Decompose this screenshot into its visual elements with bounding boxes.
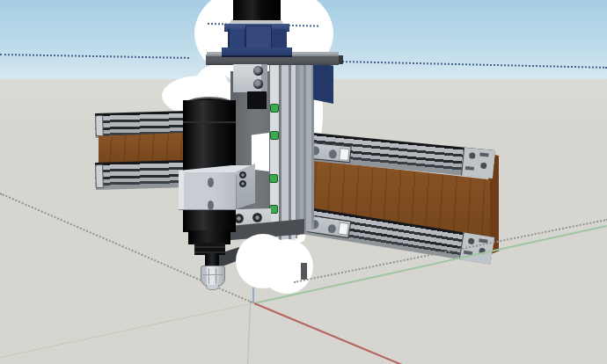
screw-icon (253, 79, 263, 89)
slide-end-block (339, 148, 349, 161)
motor-mount-rear-leg (313, 62, 333, 104)
motor-plate-end (339, 55, 343, 64)
lead-screw-coupler-block (233, 64, 267, 92)
slide-hole (327, 224, 336, 234)
green-screw-icon (270, 131, 279, 140)
gantry-bottom-rail-left (95, 160, 187, 190)
rail-foot-sliver (301, 263, 307, 280)
green-screw-icon (270, 104, 279, 113)
screw-icon (239, 171, 246, 178)
slide-hole (328, 149, 337, 159)
rail-endcap-icon (95, 164, 104, 188)
motor-mount-base-flange (222, 47, 292, 57)
collet-nut (201, 266, 225, 287)
screw-icon (239, 180, 246, 187)
rail-endcap-icon (95, 115, 104, 136)
cad-3d-viewport[interactable] (0, 0, 607, 364)
coupler-belt (247, 91, 267, 109)
spindle-clamp (179, 172, 236, 210)
rail-end-profile-icon (461, 148, 495, 178)
collet-tip (206, 285, 219, 290)
stepper-motor (233, 0, 281, 20)
screw-icon (253, 66, 263, 76)
green-screw-icon (269, 174, 278, 183)
blue-axis (252, 288, 254, 303)
clamp-hole (208, 200, 214, 210)
spindle-seam (183, 121, 236, 123)
clamp-hole (208, 178, 214, 187)
slide-end-block (338, 222, 349, 235)
screw-icon (252, 213, 262, 222)
z-column-side-face (297, 62, 314, 236)
